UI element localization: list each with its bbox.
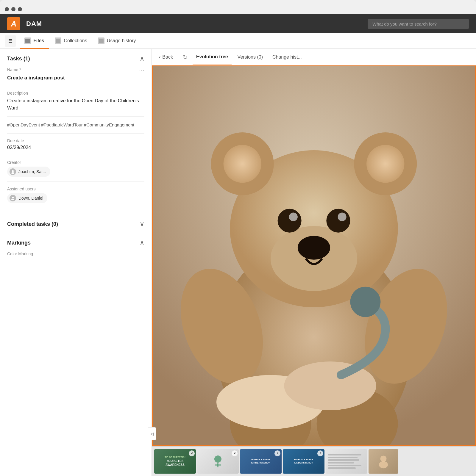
- panel-collapse-icon: ◁: [150, 431, 154, 436]
- name-row: Name * ⋯: [7, 67, 144, 74]
- svg-point-29: [350, 287, 380, 317]
- menu-button[interactable]: ☰: [5, 35, 16, 47]
- evolution-tree-label: Evolution tree: [196, 54, 228, 60]
- left-panel-wrapper: Tasks (1) ∧ Name * ⋯ Create a instagram …: [0, 49, 152, 476]
- window-chrome: [0, 0, 476, 14]
- teddy-image: [153, 66, 475, 445]
- svg-rect-3: [56, 39, 58, 40]
- hashtags-value: #OpenDayEvent #PaediatricWardTour #Commu…: [7, 121, 144, 134]
- markings-content: Color Marking: [0, 251, 152, 263]
- markings-toggle[interactable]: ∧: [140, 239, 144, 247]
- svg-point-26: [298, 236, 330, 260]
- filmstrip-item-6[interactable]: [369, 449, 398, 474]
- task-details: Name * ⋯ Create a instagram post Descrip…: [0, 67, 152, 214]
- right-toolbar: ‹ Back ↻ Evolution tree Versions (0) Cha…: [152, 49, 476, 65]
- back-label: Back: [162, 54, 173, 60]
- markings-title: Markings: [7, 240, 31, 246]
- filmstrip-item-4[interactable]: EINBLICK IN DIE KINDERSTATION ↗: [283, 449, 324, 474]
- filmstrip-icon-3: ↗: [274, 450, 280, 456]
- usage-tab-icon: [98, 37, 104, 44]
- back-chevron-icon: ‹: [159, 54, 160, 60]
- files-tab-icon: [24, 37, 31, 44]
- creator-badge: Joachim, Sar...: [7, 167, 50, 177]
- svg-point-8: [12, 197, 14, 198]
- description-value: Create a instagram creative for the Open…: [7, 97, 144, 117]
- completed-tasks-header: Completed tasks (0) ∨: [0, 214, 152, 233]
- completed-tasks-title: Completed tasks (0): [7, 221, 58, 227]
- svg-point-7: [11, 172, 14, 174]
- filmstrip-icon-2: ↗: [232, 450, 238, 456]
- traffic-light-minimize[interactable]: [11, 7, 15, 11]
- tab-evolution-tree[interactable]: Evolution tree: [193, 49, 232, 65]
- description-label: Description: [7, 91, 144, 95]
- filmstrip-icon-1: ↗: [189, 450, 195, 456]
- name-label: Name *: [7, 67, 21, 72]
- nav-tabs: ☰ Files Collections: [0, 33, 476, 49]
- versions-label: Versions (0): [238, 54, 263, 60]
- search-input[interactable]: [368, 19, 469, 29]
- svg-rect-1: [25, 39, 27, 40]
- tasks-collapse-button[interactable]: ∧: [140, 55, 144, 62]
- collections-tab-icon: [55, 37, 61, 44]
- filmstrip-item-5[interactable]: [326, 449, 367, 474]
- svg-point-9: [11, 199, 14, 200]
- more-options-button[interactable]: ⋯: [139, 67, 144, 74]
- change-history-label: Change hist...: [272, 54, 302, 60]
- markings-section: Markings ∧ Color Marking: [0, 233, 152, 263]
- traffic-light-close[interactable]: [5, 7, 9, 11]
- logo: A: [7, 17, 20, 30]
- tasks-section: Tasks (1) ∧ Name * ⋯ Create a instagram …: [0, 49, 152, 214]
- assigned-user-name: Down, Daniel: [18, 196, 43, 201]
- creator-label: Creator: [7, 160, 144, 165]
- due-date-label: Due date: [7, 138, 144, 143]
- svg-point-24: [289, 212, 298, 221]
- svg-point-25: [338, 212, 347, 221]
- asset-image-area: [152, 65, 476, 446]
- filmstrip-thumb-6: [369, 449, 398, 474]
- svg-point-6: [12, 170, 14, 172]
- due-date-value: 02/29/2024: [7, 145, 144, 155]
- svg-point-33: [380, 455, 387, 462]
- panel-collapse-button[interactable]: ◁: [148, 427, 156, 440]
- filmstrip-item-3[interactable]: EINBLICK IN DIE KINDERSTATION ↗: [240, 449, 282, 474]
- filmstrip-item-2[interactable]: ↗: [197, 449, 239, 474]
- svg-point-18: [224, 145, 261, 183]
- app-container: A DAM ☰ Files Collectio: [0, 14, 476, 476]
- markings-header: Markings ∧: [0, 233, 152, 251]
- filmstrip-thumb-5: [326, 449, 367, 474]
- refresh-button[interactable]: ↻: [183, 54, 188, 61]
- creator-field: Joachim, Sar...: [7, 167, 144, 182]
- top-bar: A DAM: [0, 14, 476, 33]
- color-marking-label: Color Marking: [7, 251, 144, 256]
- svg-point-34: [379, 461, 388, 468]
- assigned-user-badge: Down, Daniel: [7, 193, 47, 203]
- app-title: DAM: [26, 20, 362, 28]
- back-button[interactable]: ‹ Back: [159, 54, 178, 60]
- tab-versions[interactable]: Versions (0): [234, 49, 266, 65]
- filmstrip-item-1[interactable]: tip of the week #DIABETES AWARENESS ↗: [154, 449, 196, 474]
- left-panel: Tasks (1) ∧ Name * ⋯ Create a instagram …: [0, 49, 152, 476]
- svg-rect-5: [99, 39, 101, 40]
- logo-letter: A: [11, 19, 17, 29]
- tab-collections-label: Collections: [64, 38, 87, 43]
- tab-change-history[interactable]: Change hist...: [269, 49, 305, 65]
- tab-files-label: Files: [33, 38, 44, 43]
- svg-point-20: [366, 145, 404, 183]
- tab-files[interactable]: Files: [20, 34, 49, 49]
- completed-tasks-toggle[interactable]: ∨: [140, 220, 144, 228]
- creator-avatar-icon: [10, 168, 16, 175]
- svg-point-23: [326, 209, 350, 233]
- completed-tasks-section: Completed tasks (0) ∨: [0, 214, 152, 233]
- filmstrip: tip of the week #DIABETES AWARENESS ↗: [152, 446, 476, 476]
- menu-icon: ☰: [8, 38, 13, 44]
- assigned-users-field: Down, Daniel: [7, 193, 144, 208]
- tab-usage-history-label: Usage history: [107, 38, 136, 43]
- tab-usage-history[interactable]: Usage history: [93, 34, 141, 49]
- task-name-value: Create a instagram post: [7, 75, 144, 86]
- tab-collections[interactable]: Collections: [50, 34, 92, 49]
- traffic-light-maximize[interactable]: [18, 7, 22, 11]
- main-content: Tasks (1) ∧ Name * ⋯ Create a instagram …: [0, 49, 476, 476]
- tasks-section-title: Tasks (1): [7, 56, 30, 62]
- assigned-users-label: Assigned users: [7, 187, 144, 191]
- assigned-user-avatar-icon: [10, 195, 16, 201]
